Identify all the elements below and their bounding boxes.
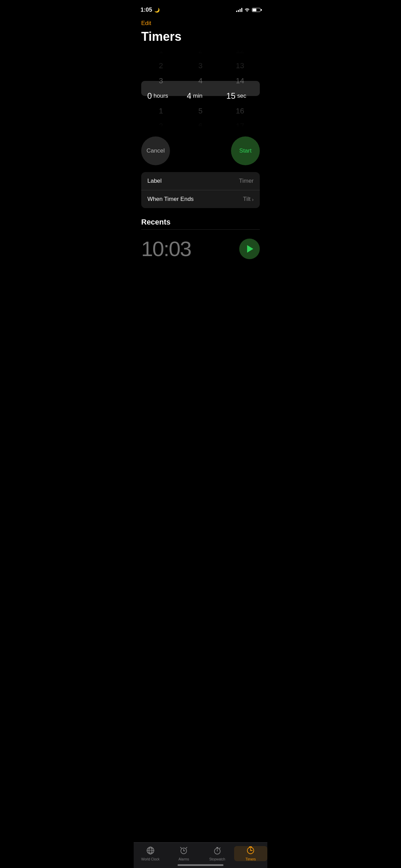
action-buttons: Cancel Start xyxy=(134,130,267,172)
picker-item: 3 xyxy=(147,73,175,88)
picker-item: 6 xyxy=(187,119,214,126)
when-ends-value: Tilt › xyxy=(243,196,254,203)
recent-play-button[interactable] xyxy=(239,239,260,259)
picker-item: 13 xyxy=(226,58,254,73)
hours-column[interactable]: 1 2 3 0hours 1 2 3 xyxy=(141,51,181,126)
picker-item: 4 xyxy=(187,73,214,88)
moon-icon: 🌙 xyxy=(154,8,160,13)
recent-item: 10:03 xyxy=(141,234,260,264)
time-display: 1:05 xyxy=(141,7,152,13)
picker-item: 2 xyxy=(187,51,214,58)
picker-item: 1 xyxy=(147,51,175,58)
picker-item: 1 xyxy=(147,104,175,119)
timer-picker[interactable]: 1 2 3 0hours 1 2 3 2 3 4 xyxy=(141,51,260,126)
settings-card: Label Timer When Timer Ends Tilt › xyxy=(141,172,260,208)
signal-icon xyxy=(236,8,242,12)
battery-icon xyxy=(252,8,260,12)
label-field-label: Label xyxy=(147,178,162,184)
seconds-column[interactable]: 12 13 14 15sec 16 17 18 xyxy=(220,51,260,126)
status-time: 1:05 🌙 xyxy=(141,7,160,13)
picker-item: 3 xyxy=(187,58,214,73)
picker-item-selected: 15sec xyxy=(226,88,254,104)
status-bar: 1:05 🌙 xyxy=(134,0,267,17)
label-field-value: Timer xyxy=(239,178,254,184)
page-title: Timers xyxy=(134,29,267,44)
picker-item: 16 xyxy=(226,104,254,119)
cancel-button[interactable]: Cancel xyxy=(141,136,170,165)
recents-title: Recents xyxy=(141,218,260,227)
picker-item: 17 xyxy=(226,119,254,126)
picker-item-selected: 0hours xyxy=(147,88,175,104)
picker-item: 12 xyxy=(226,51,254,58)
status-icons xyxy=(236,7,260,13)
recents-section: Recents 10:03 xyxy=(134,208,267,264)
when-ends-row[interactable]: When Timer Ends Tilt › xyxy=(141,190,260,208)
picker-item: 2 xyxy=(147,119,175,126)
picker-item: 2 xyxy=(147,58,175,73)
recents-divider xyxy=(141,229,260,230)
minutes-column[interactable]: 2 3 4 4min 5 6 7 xyxy=(181,51,220,126)
picker-item: 5 xyxy=(187,104,214,119)
edit-button[interactable]: Edit xyxy=(141,20,151,27)
wifi-icon xyxy=(244,7,250,13)
picker-columns: 1 2 3 0hours 1 2 3 2 3 4 xyxy=(141,51,260,126)
recent-time: 10:03 xyxy=(141,237,191,261)
play-icon xyxy=(247,245,253,253)
picker-item-selected: 4min xyxy=(187,88,214,104)
start-button[interactable]: Start xyxy=(231,136,260,165)
picker-item: 14 xyxy=(226,73,254,88)
chevron-right-icon: › xyxy=(252,196,254,202)
header: Edit xyxy=(134,17,267,28)
label-row[interactable]: Label Timer xyxy=(141,172,260,190)
when-ends-label: When Timer Ends xyxy=(147,196,194,203)
